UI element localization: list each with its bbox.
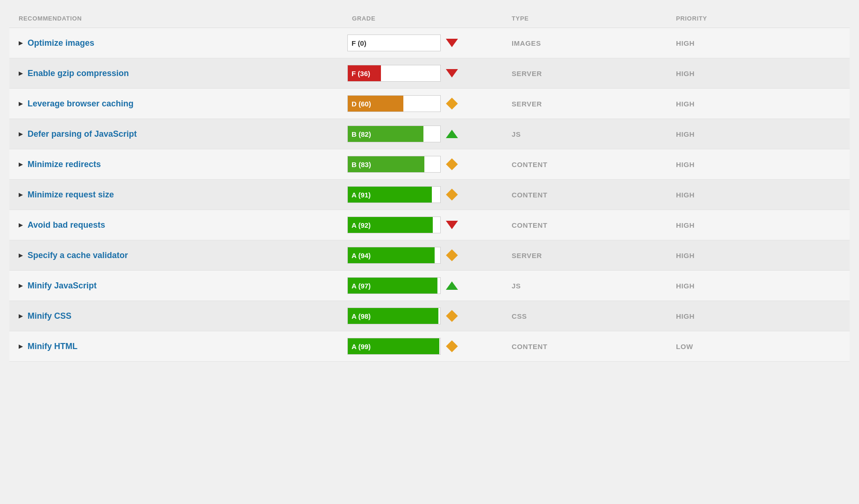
priority-cell: HIGH bbox=[676, 130, 840, 138]
rec-cell: ▶Avoid bad requests bbox=[19, 220, 347, 230]
grade-cell: B (82) bbox=[347, 126, 512, 142]
expand-toggle-icon[interactable]: ▶ bbox=[19, 70, 23, 77]
grade-label: D (60) bbox=[348, 100, 375, 108]
trend-icon bbox=[444, 278, 459, 293]
col-type: TYPE bbox=[512, 15, 676, 22]
type-cell: CONTENT bbox=[512, 161, 676, 168]
rec-title[interactable]: Defer parsing of JavaScript bbox=[28, 129, 137, 139]
trend-icon bbox=[444, 217, 459, 232]
grade-cell: F (0) bbox=[347, 35, 512, 51]
grade-cell: A (94) bbox=[347, 247, 512, 264]
expand-toggle-icon[interactable]: ▶ bbox=[19, 191, 23, 198]
rec-cell: ▶Leverage browser caching bbox=[19, 99, 347, 109]
col-priority: PRIORITY bbox=[676, 15, 840, 22]
rec-cell: ▶Specify a cache validator bbox=[19, 251, 347, 260]
grade-bar: F (0) bbox=[347, 35, 441, 51]
grade-bar: D (60) bbox=[347, 95, 441, 112]
type-cell: SERVER bbox=[512, 70, 676, 77]
grade-bar: A (99) bbox=[347, 338, 441, 355]
grade-label: A (99) bbox=[348, 343, 374, 350]
rec-title[interactable]: Enable gzip compression bbox=[28, 69, 129, 78]
expand-toggle-icon[interactable]: ▶ bbox=[19, 131, 23, 137]
grade-label: A (98) bbox=[348, 312, 374, 320]
grade-bar: A (98) bbox=[347, 308, 441, 324]
trend-icon bbox=[444, 308, 459, 323]
expand-toggle-icon[interactable]: ▶ bbox=[19, 100, 23, 107]
type-cell: IMAGES bbox=[512, 39, 676, 47]
expand-toggle-icon[interactable]: ▶ bbox=[19, 222, 23, 228]
grade-bar: A (91) bbox=[347, 186, 441, 203]
trend-icon bbox=[444, 35, 459, 50]
expand-toggle-icon[interactable]: ▶ bbox=[19, 161, 23, 168]
table-row: ▶Avoid bad requestsA (92)CONTENTHIGH bbox=[9, 210, 850, 240]
rec-title[interactable]: Minify CSS bbox=[28, 311, 71, 321]
priority-cell: HIGH bbox=[676, 191, 840, 199]
rec-title[interactable]: Minimize redirects bbox=[28, 160, 101, 169]
table-row: ▶Minify JavaScriptA (97)JSHIGH bbox=[9, 271, 850, 301]
grade-cell: A (92) bbox=[347, 217, 512, 233]
grade-label: F (0) bbox=[348, 39, 370, 47]
trend-icon bbox=[444, 187, 459, 202]
expand-toggle-icon[interactable]: ▶ bbox=[19, 343, 23, 350]
grade-cell: A (98) bbox=[347, 308, 512, 324]
col-grade: GRADE bbox=[347, 15, 512, 22]
table-row: ▶Minimize request sizeA (91)CONTENTHIGH bbox=[9, 180, 850, 210]
type-cell: CONTENT bbox=[512, 191, 676, 199]
rows-container: ▶Optimize imagesF (0)IMAGESHIGH▶Enable g… bbox=[9, 28, 850, 362]
table-row: ▶Enable gzip compressionF (36)SERVERHIGH bbox=[9, 58, 850, 89]
priority-cell: HIGH bbox=[676, 282, 840, 290]
rec-cell: ▶Defer parsing of JavaScript bbox=[19, 129, 347, 139]
priority-cell: HIGH bbox=[676, 161, 840, 168]
rec-title[interactable]: Specify a cache validator bbox=[28, 251, 128, 260]
grade-label: A (97) bbox=[348, 282, 374, 290]
table-row: ▶Minify HTMLA (99)CONTENTLOW bbox=[9, 331, 850, 362]
grade-label: F (36) bbox=[348, 70, 374, 77]
type-cell: SERVER bbox=[512, 252, 676, 259]
grade-bar: F (36) bbox=[347, 65, 441, 82]
table-row: ▶Specify a cache validatorA (94)SERVERHI… bbox=[9, 240, 850, 271]
rec-title[interactable]: Optimize images bbox=[28, 38, 94, 48]
grade-bar: A (92) bbox=[347, 217, 441, 233]
table-row: ▶Minimize redirectsB (83)CONTENTHIGH bbox=[9, 149, 850, 180]
rec-cell: ▶Minify HTML bbox=[19, 342, 347, 351]
table-row: ▶Optimize imagesF (0)IMAGESHIGH bbox=[9, 28, 850, 58]
grade-cell: F (36) bbox=[347, 65, 512, 82]
rec-title[interactable]: Leverage browser caching bbox=[28, 99, 134, 109]
expand-toggle-icon[interactable]: ▶ bbox=[19, 40, 23, 46]
rec-cell: ▶Minify JavaScript bbox=[19, 281, 347, 291]
rec-cell: ▶Minimize request size bbox=[19, 190, 347, 200]
table-row: ▶Defer parsing of JavaScriptB (82)JSHIGH bbox=[9, 119, 850, 149]
trend-icon bbox=[444, 66, 459, 81]
table-row: ▶Minify CSSA (98)CSSHIGH bbox=[9, 301, 850, 331]
grade-bar: A (94) bbox=[347, 247, 441, 264]
priority-cell: LOW bbox=[676, 343, 840, 350]
rec-cell: ▶Minimize redirects bbox=[19, 160, 347, 169]
rec-title[interactable]: Minify HTML bbox=[28, 342, 77, 351]
grade-cell: B (83) bbox=[347, 156, 512, 173]
rec-title[interactable]: Minimize request size bbox=[28, 190, 114, 200]
grade-cell: D (60) bbox=[347, 95, 512, 112]
expand-toggle-icon[interactable]: ▶ bbox=[19, 282, 23, 289]
priority-cell: HIGH bbox=[676, 221, 840, 229]
grade-label: B (82) bbox=[348, 130, 375, 138]
grade-label: A (91) bbox=[348, 191, 374, 199]
grade-label: B (83) bbox=[348, 161, 375, 168]
grade-label: A (92) bbox=[348, 221, 374, 229]
expand-toggle-icon[interactable]: ▶ bbox=[19, 313, 23, 319]
expand-toggle-icon[interactable]: ▶ bbox=[19, 252, 23, 259]
rec-title[interactable]: Minify JavaScript bbox=[28, 281, 97, 291]
rec-cell: ▶Minify CSS bbox=[19, 311, 347, 321]
trend-icon bbox=[444, 157, 459, 172]
type-cell: CSS bbox=[512, 312, 676, 320]
type-cell: SERVER bbox=[512, 100, 676, 108]
grade-cell: A (99) bbox=[347, 338, 512, 355]
type-cell: JS bbox=[512, 282, 676, 290]
grade-bar: B (82) bbox=[347, 126, 441, 142]
trend-icon bbox=[444, 339, 459, 354]
recommendations-table: RECOMMENDATION GRADE TYPE PRIORITY ▶Opti… bbox=[9, 9, 850, 362]
col-recommendation: RECOMMENDATION bbox=[19, 15, 347, 22]
priority-cell: HIGH bbox=[676, 70, 840, 77]
trend-icon bbox=[444, 248, 459, 263]
rec-title[interactable]: Avoid bad requests bbox=[28, 220, 105, 230]
trend-icon bbox=[444, 96, 459, 111]
